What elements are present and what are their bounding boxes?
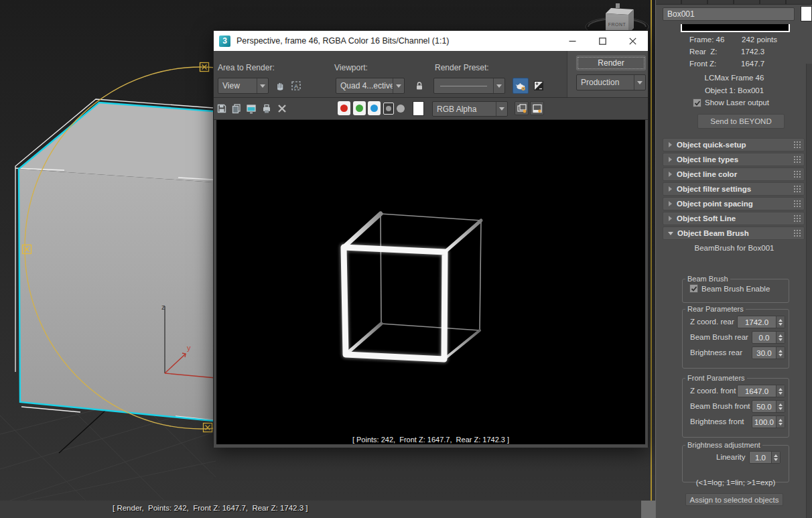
rollout-object-line-color[interactable]: Object line color: [663, 168, 805, 181]
clear-image-button[interactable]: [275, 102, 289, 115]
spinner-value[interactable]: 30.0: [752, 347, 776, 359]
render-preset-dropdown[interactable]: [433, 78, 505, 94]
spinner-arrows-icon[interactable]: [776, 347, 785, 359]
spinner-value[interactable]: 0.0: [752, 332, 776, 343]
dropdown-arrow-icon[interactable]: [257, 78, 268, 93]
linearity-label: Linearity: [716, 453, 745, 461]
spinner-arrows-icon[interactable]: [776, 332, 785, 343]
green-channel-button[interactable]: [353, 101, 366, 115]
show-laser-output-label: Show Laser output: [705, 99, 769, 107]
brightness-adjustment-group: Brightness adjustment Linearity 1.0 (<1=…: [682, 441, 789, 482]
copy-image-button[interactable]: [230, 102, 243, 115]
front-parameters-title: Front Parameters: [685, 374, 747, 382]
blue-channel-button[interactable]: [368, 101, 381, 115]
clone-rendered-frame-button[interactable]: [245, 102, 258, 115]
axis-z-label: z: [161, 303, 165, 311]
beam-brush-enable-checkbox[interactable]: [689, 284, 698, 293]
rollout-object-quick-setup[interactable]: Object quick-setup: [663, 138, 805, 151]
show-laser-output-checkbox[interactable]: [693, 99, 701, 107]
rollout-collapsed-arrow-icon: [669, 157, 672, 162]
render-mode-dropdown[interactable]: Production: [576, 74, 646, 90]
spinner-value[interactable]: 50.0: [752, 401, 776, 412]
object-name-input[interactable]: [663, 7, 795, 21]
brightness-front-spinner[interactable]: 100.0: [752, 415, 785, 428]
spinner-arrows-icon[interactable]: [771, 452, 780, 463]
z-coord-front-spinner[interactable]: 1647.0: [737, 385, 785, 397]
panel-scrollbar[interactable]: [806, 64, 812, 518]
spinner-value[interactable]: 1647.0: [738, 385, 776, 397]
maximize-button[interactable]: [588, 31, 618, 51]
assign-to-selected-objects-button[interactable]: Assign to selected objects: [685, 493, 783, 506]
channel-display-value: RGB Alpha: [433, 105, 496, 114]
viewcube-front-face-label[interactable]: FRONT: [608, 22, 626, 27]
clear-x-icon: [277, 103, 287, 114]
statusbar-strip: [0, 501, 660, 518]
spinner-arrows-icon[interactable]: [776, 316, 785, 328]
minimize-button[interactable]: [557, 31, 588, 51]
check-icon: [694, 100, 701, 107]
spinner-arrows-icon[interactable]: [776, 401, 785, 412]
beam-brush-front-spinner[interactable]: 50.0: [752, 400, 785, 413]
front-z-label: Front Z:: [689, 60, 716, 68]
print-image-button[interactable]: [260, 102, 273, 115]
beam-brush-rear-spinner[interactable]: 0.0: [752, 331, 785, 344]
object-color-swatch[interactable]: [801, 6, 812, 21]
send-to-beyond-button[interactable]: Send to BEYOND: [697, 114, 785, 129]
z-coord-rear-label: Z coord. rear: [690, 318, 734, 326]
rollout-object-beam-brush[interactable]: Object Beam Brush: [663, 226, 805, 240]
beam-brush-rear-label: Beam Brush rear: [690, 333, 748, 341]
spinner-arrows-icon[interactable]: [776, 416, 785, 428]
spinner-value[interactable]: 1742.0: [738, 316, 776, 328]
save-image-button[interactable]: [215, 102, 228, 115]
rear-parameters-group: Rear Parameters Z coord. rear 1742.0 Bea…: [682, 305, 789, 369]
area-to-render-value: View: [218, 81, 257, 90]
close-button[interactable]: [618, 31, 648, 51]
front-z-value: 1647.7: [741, 60, 764, 68]
clone-window-icon: [246, 103, 257, 114]
dropdown-arrow-icon[interactable]: [496, 102, 507, 116]
lock-viewport-button[interactable]: [412, 78, 427, 93]
red-channel-button[interactable]: [338, 101, 350, 115]
color-correction-button[interactable]: [515, 101, 529, 115]
background-color-swatch[interactable]: [413, 101, 424, 116]
linearity-note: (<1=log; 1=lin; >1=exp): [683, 478, 789, 487]
rfw-titlebar[interactable]: 3 Perspective, frame 46, RGBA Color 16 B…: [214, 31, 648, 51]
rollout-object-point-spacing[interactable]: Object point spacing: [663, 197, 805, 210]
object-line: Object 1: Box001: [656, 86, 812, 94]
rollout-object-line-types[interactable]: Object line types: [663, 153, 805, 166]
channel-display-dropdown[interactable]: RGB Alpha: [432, 101, 508, 117]
environment-exposure-button[interactable]: [531, 78, 546, 93]
rollout-object-soft-line[interactable]: Object Soft Line: [663, 212, 805, 225]
area-to-render-dropdown[interactable]: View: [218, 78, 269, 94]
svg-text:A: A: [294, 83, 298, 90]
box-object[interactable]: [15, 99, 213, 421]
3dsmax-app: z y FRONT [ Render, Points: 242, Front Z…: [0, 0, 812, 518]
dropdown-arrow-icon[interactable]: [493, 78, 504, 93]
alpha-channel-button[interactable]: [397, 105, 405, 113]
rollout-collapsed-arrow-icon: [669, 186, 672, 192]
linearity-spinner[interactable]: 1.0: [749, 451, 781, 464]
red-channel-icon: [340, 105, 348, 112]
dropdown-arrow-icon[interactable]: [393, 78, 404, 93]
monochrome-channel-button[interactable]: [383, 103, 394, 115]
exposure-icon: [533, 80, 544, 91]
spinner-value[interactable]: 1.0: [750, 452, 771, 463]
render-setup-button[interactable]: [513, 78, 529, 94]
rendered-image-canvas[interactable]: [216, 120, 645, 435]
display-gamma-button[interactable]: [530, 101, 544, 115]
minimize-icon: [569, 38, 576, 45]
viewport-dropdown[interactable]: Quad 4...ective: [336, 78, 405, 94]
maximize-icon: [599, 38, 606, 45]
spinner-arrows-icon[interactable]: [776, 385, 785, 397]
edit-region-button[interactable]: [273, 78, 287, 93]
frame-info-label: Frame: 46: [689, 36, 724, 44]
brightness-rear-spinner[interactable]: 30.0: [752, 346, 785, 359]
auto-region-button[interactable]: A: [289, 78, 303, 93]
render-button[interactable]: Render: [576, 56, 646, 70]
dropdown-arrow-icon[interactable]: [634, 75, 645, 90]
spinner-value[interactable]: 100.0: [752, 416, 776, 428]
rollout-object-filter-settings[interactable]: Object filter settings: [663, 182, 805, 196]
z-coord-rear-spinner[interactable]: 1742.0: [737, 316, 785, 328]
layers-icon: [517, 103, 527, 114]
command-panel-tabs[interactable]: [656, 0, 812, 5]
